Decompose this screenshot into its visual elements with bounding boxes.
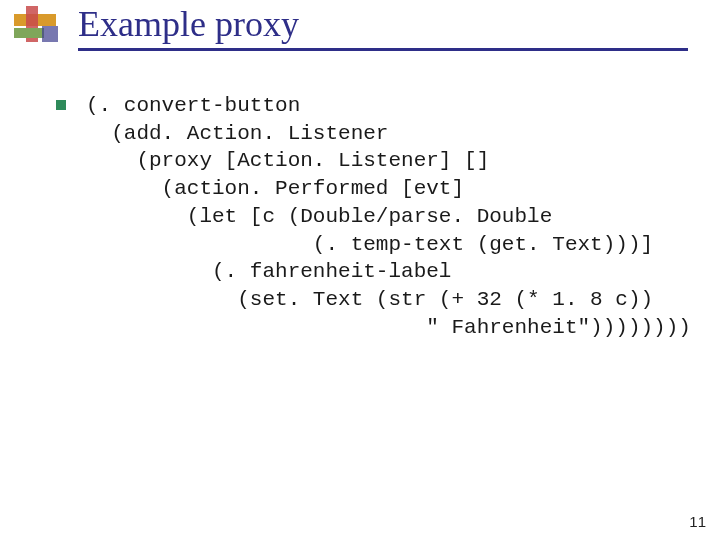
code-line: (. convert-button [86,94,300,117]
code-line: (proxy [Action. Listener] [] [86,149,489,172]
title-block: Example proxy [78,0,700,51]
slide-title: Example proxy [78,0,700,47]
code-line: (action. Performed [evt] [86,177,464,200]
title-underline [78,48,688,51]
slide-body: (. convert-button (add. Action. Listener… [56,92,700,341]
code-line: (add. Action. Listener [86,122,388,145]
page-number: 11 [689,513,706,530]
bullet-item: (. convert-button (add. Action. Listener… [56,92,700,341]
code-block: (. convert-button (add. Action. Listener… [86,92,691,341]
bullet-icon [56,100,66,110]
code-line: (. temp-text (get. Text)))] [86,233,653,256]
code-line: (let [c (Double/parse. Double [86,205,552,228]
code-line: (set. Text (str (+ 32 (* 1. 8 c)) [86,288,653,311]
code-line: (. fahrenheit-label [86,260,451,283]
slide-logo [14,6,70,48]
slide: Example proxy (. convert-button (add. Ac… [0,0,720,540]
code-line: " Fahrenheit")))))))) [86,316,691,339]
